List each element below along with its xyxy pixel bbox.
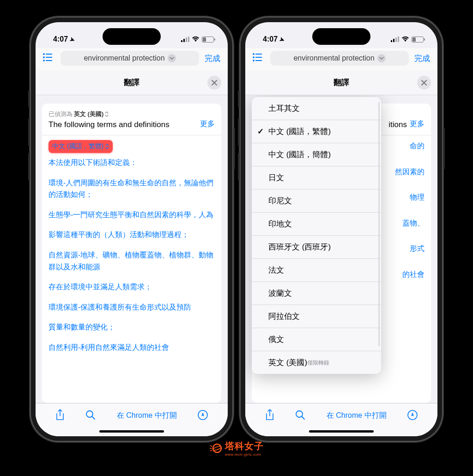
url-pill[interactable]: environmental protection [270,51,409,66]
target-language-selector[interactable]: 中文 (國語，繁體) [49,140,113,153]
language-menu-item[interactable]: 印尼文 [252,189,381,213]
power-button [443,128,445,169]
language-menu-item[interactable]: 中文 (國語，繁體) [252,120,381,143]
svg-rect-14 [393,39,394,42]
sheet-title: 翻譯 [334,77,349,88]
dynamic-island [103,28,161,45]
location-icon: ➤ [279,35,285,43]
signal-icon [391,37,399,42]
done-button[interactable]: 完成 [205,53,220,64]
status-time: 4:07 [53,35,68,43]
more-button[interactable]: 更多 [407,110,424,129]
chevron-down-icon [377,54,386,62]
location-icon: ➤ [69,35,76,43]
sheet-header: 翻譯 [36,70,228,95]
share-icon[interactable] [265,409,274,423]
svg-point-8 [43,57,44,58]
source-section: 已偵測為 英文 (美國) The following terms and def… [42,104,221,135]
close-button[interactable] [207,76,221,90]
battery-icon [412,37,424,43]
watermark-url: www.tech-girlz.com [225,452,264,457]
language-menu-item[interactable]: 日文 [252,166,381,189]
selector-arrows-icon [105,144,109,149]
toc-icon[interactable] [253,52,265,64]
language-menu-item[interactable]: 阿拉伯文 [252,305,381,328]
search-icon[interactable] [85,410,96,422]
url-title: environmental protection [293,54,374,62]
svg-rect-0 [181,40,182,42]
screen: 4:07 ➤ environmenta [36,22,228,436]
translated-paragraph: 本法使用以下術語和定義： [49,157,215,169]
translated-paragraph: 影響這種平衡的（人類）活動和物理過程； [49,229,215,241]
svg-point-22 [253,60,254,61]
wifi-icon [401,37,409,42]
phone-left: 4:07 ➤ environmenta [30,17,233,442]
watermark: 塔科女子 www.tech-girlz.com [209,440,264,457]
detected-language-selector[interactable]: 已偵測為 英文 (美國) [49,110,197,118]
language-menu[interactable]: 土耳其文中文 (國語，繁體)中文 (國語，簡體)日文印尼文印地文西班牙文 (西班… [252,97,381,374]
svg-line-30 [210,450,212,451]
sheet-header: 翻譯 [245,70,437,95]
svg-point-20 [253,54,254,55]
language-menu-item[interactable]: 印地文 [252,213,381,236]
url-bar: environmental protection 完成 [36,48,228,70]
translated-paragraph: 質量和數量的變化； [49,321,215,333]
search-icon[interactable] [295,410,305,422]
svg-point-9 [43,60,44,61]
language-menu-item[interactable]: 西班牙文 (西班牙) [252,236,381,259]
svg-point-7 [43,54,44,55]
home-indicator[interactable] [99,430,164,433]
open-in-chrome-button[interactable]: 在 Chrome 中打開 [117,411,177,421]
status-time: 4:07 [263,35,278,43]
translated-paragraph: 自然利用-利用自然來滿足人類的社會 [49,342,215,354]
svg-line-24 [302,416,305,419]
close-button[interactable] [417,76,431,90]
markup-icon[interactable] [407,410,418,422]
url-title: environmental protection [84,54,164,62]
signal-icon [181,37,189,42]
more-button[interactable]: 更多 [197,110,215,129]
translated-paragraph: 環境保護-保護和養護所有生命形式以及預防 [49,301,215,313]
share-icon[interactable] [55,409,65,423]
chevron-down-icon [168,54,176,62]
content-area: 已偵測為 英文 (美國) The following terms and def… [36,95,228,403]
wifi-icon [192,37,200,42]
url-bar: environmental protection 完成 [245,48,437,70]
translated-paragraph: 存在於環境中並滿足人類需求； [49,281,215,293]
translated-paragraph: 自然資源-地球、礦物、植物覆蓋物、植物群、動物群以及水和能源 [49,249,215,273]
url-pill[interactable]: environmental protection [61,51,199,66]
markup-icon[interactable] [198,410,208,422]
open-in-chrome-button[interactable]: 在 Chrome 中打開 [327,411,387,421]
language-menu-item[interactable]: 俄文 [252,328,381,351]
language-menu-item[interactable]: 法文 [252,259,381,282]
battery-icon [202,37,214,43]
translated-text: 本法使用以下術語和定義：環境-人們周圍的有生命和無生命的自然，無論他們的活動如何… [49,157,215,354]
svg-rect-2 [186,37,187,42]
svg-line-28 [210,445,212,446]
svg-line-11 [92,416,95,419]
power-button [233,128,235,169]
selector-arrows-icon [105,111,109,117]
svg-rect-15 [395,37,397,42]
home-indicator[interactable] [309,430,374,433]
dynamic-island [312,28,370,45]
svg-rect-16 [398,37,399,42]
source-text: The following terms and definitions [49,120,197,129]
svg-rect-3 [188,37,189,42]
translated-paragraph: 生態學-一門研究生態平衡和自然因素的科學，人為 [49,209,215,221]
watermark-name: 塔科女子 [225,440,264,452]
language-menu-item[interactable]: 英文 (美國)僅限轉錄 [252,351,381,374]
translation-card: 已偵測為 英文 (美國) The following terms and def… [42,104,221,403]
translated-paragraph: 環境-人們周圍的有生命和無生命的自然，無論他們的活動如何； [49,177,215,201]
svg-rect-13 [391,40,392,42]
watermark-icon [209,442,222,455]
language-menu-item[interactable]: 土耳其文 [252,97,381,120]
toc-icon[interactable] [43,52,55,64]
target-section: 中文 (國語，繁體) 本法使用以下術語和定義：環境-人們周圍的有生命和無生命的自… [42,135,221,366]
language-menu-item[interactable]: 波蘭文 [252,282,381,305]
done-button[interactable]: 完成 [414,53,430,64]
sheet-title: 翻譯 [124,77,139,88]
content-area: 已偵測為 英文 (美國) itions 更多 命的然因素的物理蓋物、形式的社會 … [245,95,437,403]
language-menu-item[interactable]: 中文 (國語，簡體) [252,143,381,166]
screen: 4:07 ➤ environmenta [245,22,437,436]
